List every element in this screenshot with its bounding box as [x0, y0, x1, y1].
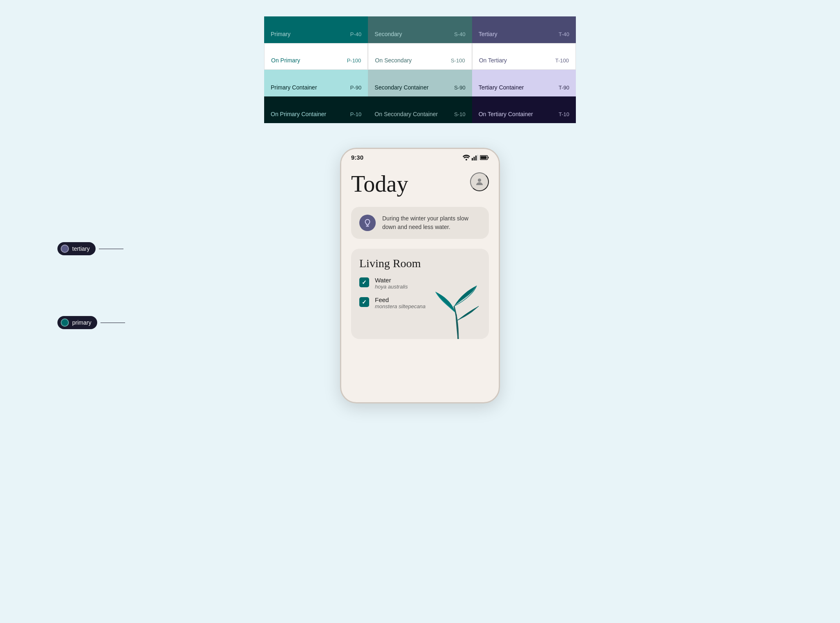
on-tertiary-container-cell: On Tertiary Container T-10 [472, 96, 576, 123]
on-tertiary-code: T-100 [555, 57, 569, 64]
on-primary-container-label: On Primary Container [271, 111, 326, 117]
svg-point-0 [466, 159, 467, 160]
checkbox-tick-0: ✓ [362, 279, 367, 286]
tertiary-pill-label: tertiary [72, 245, 90, 252]
primary-line [100, 323, 125, 323]
secondary-40-label: Secondary [374, 31, 402, 37]
svg-rect-4 [477, 155, 479, 160]
checkbox-1[interactable]: ✓ [359, 297, 369, 307]
svg-point-8 [478, 179, 481, 182]
plant-illustration [431, 273, 485, 339]
on-primary-cell: On Primary P-100 [264, 43, 368, 70]
primary-annotation: primary [57, 316, 125, 329]
tertiary-40-code: T-40 [559, 31, 569, 37]
on-tertiary-label: On Tertiary [479, 57, 507, 64]
tertiary-40-label: Tertiary [479, 31, 498, 37]
app-title: Today [351, 172, 408, 195]
wifi-icon [463, 155, 470, 160]
room-title: Living Room [359, 257, 481, 270]
secondary-container-label: Secondary Container [374, 84, 429, 91]
secondary-40-cell: Secondary S-40 [368, 16, 472, 43]
secondary-40-code: S-40 [454, 31, 465, 37]
on-primary-container-cell: On Primary Container P-10 [264, 96, 368, 123]
on-secondary-code: S-100 [451, 57, 465, 64]
on-secondary-container-label: On Secondary Container [374, 111, 438, 117]
on-tertiary-container-label: On Tertiary Container [479, 111, 533, 117]
checkbox-0[interactable]: ✓ [359, 277, 369, 287]
phone-section: tertiary primary 9:30 [16, 148, 824, 403]
signal-icon [472, 155, 478, 160]
phone-frame: 9:30 [340, 148, 500, 403]
app-header: Today [351, 172, 489, 195]
tertiary-dot [61, 245, 69, 253]
task-info-0: Water hoya australis [375, 277, 408, 290]
primary-40-code: P-40 [350, 31, 361, 37]
tertiary-container-label: Tertiary Container [479, 84, 524, 91]
svg-rect-2 [474, 157, 475, 160]
on-tertiary-cell: On Tertiary T-100 [472, 43, 576, 70]
battery-icon [480, 155, 489, 160]
on-secondary-label: On Secondary [375, 57, 412, 64]
tertiary-annotation: tertiary [57, 242, 123, 255]
secondary-container-code: S-90 [454, 85, 465, 91]
primary-pill-label: primary [72, 319, 91, 326]
status-icons [463, 155, 489, 160]
tip-card: During the winter your plants slow down … [351, 207, 489, 239]
svg-rect-3 [475, 156, 477, 160]
tip-icon-wrapper [359, 215, 376, 231]
task-plant-0: hoya australis [375, 284, 408, 290]
avatar-button[interactable] [470, 172, 489, 191]
plant-card: Living Room ✓ Water hoya australis ✓ [351, 249, 489, 339]
on-primary-label: On Primary [271, 57, 300, 64]
tertiary-container-cell: Tertiary Container T-90 [472, 70, 576, 96]
lightbulb-icon [363, 218, 372, 227]
tip-text: During the winter your plants slow down … [382, 214, 481, 231]
svg-rect-6 [488, 157, 489, 158]
on-primary-code: P-100 [347, 57, 361, 64]
tertiary-pill: tertiary [57, 242, 96, 255]
on-primary-container-code: P-10 [350, 111, 361, 117]
primary-pill: primary [57, 316, 97, 329]
primary-container-code: P-90 [350, 85, 361, 91]
primary-40-cell: Primary P-40 [264, 16, 368, 43]
avatar-icon [475, 177, 484, 187]
app-content: Today During the winter your plants sl [341, 164, 499, 402]
secondary-container-cell: Secondary Container S-90 [368, 70, 472, 96]
task-name-0: Water [375, 277, 408, 284]
svg-rect-7 [481, 156, 487, 159]
status-time: 9:30 [351, 154, 363, 161]
task-plant-1: monstera siltepecana [375, 303, 426, 309]
tertiary-line [99, 249, 123, 249]
status-bar: 9:30 [341, 149, 499, 164]
primary-40-label: Primary [271, 31, 290, 37]
task-name-1: Feed [375, 296, 426, 303]
primary-container-cell: Primary Container P-90 [264, 70, 368, 96]
primary-dot [61, 318, 69, 327]
on-secondary-container-cell: On Secondary Container S-10 [368, 96, 472, 123]
on-tertiary-container-code: T-10 [559, 111, 569, 117]
primary-container-label: Primary Container [271, 84, 317, 91]
task-info-1: Feed monstera siltepecana [375, 296, 426, 309]
palette-grid: Primary P-40 Secondary S-40 Tertiary T-4… [264, 16, 576, 123]
svg-rect-1 [472, 158, 473, 160]
on-secondary-cell: On Secondary S-100 [368, 43, 472, 70]
tertiary-40-cell: Tertiary T-40 [472, 16, 576, 43]
tertiary-container-code: T-90 [559, 85, 569, 91]
on-secondary-container-code: S-10 [454, 111, 465, 117]
checkbox-tick-1: ✓ [362, 299, 367, 305]
